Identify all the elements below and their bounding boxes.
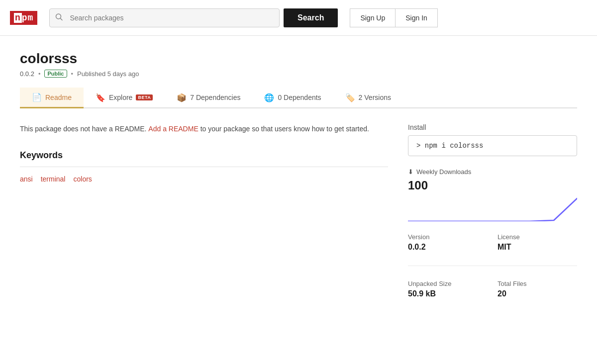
signup-button[interactable]: Sign Up [350,8,395,27]
keyword-terminal[interactable]: terminal [41,175,66,183]
tab-dependencies[interactable]: 📦 7 Dependencies [165,88,252,107]
unpacked-size-label: Unpacked Size [408,280,488,287]
keywords-title: Keywords [20,150,388,161]
npm-logo[interactable]: npm [10,11,37,25]
keyword-colors[interactable]: colors [73,175,92,183]
published-date: Published 5 days ago [77,70,139,78]
dot-separator-2: • [71,70,74,78]
install-section: Install > npm i colorsss [408,123,577,156]
install-command-text: > npm i colorsss [416,142,483,150]
dependencies-tab-icon: 📦 [177,93,187,102]
search-input[interactable] [49,8,280,27]
version-value: 0.0.2 [408,243,488,252]
explore-tab-label: Explore [109,93,132,101]
dot-separator: • [38,70,41,78]
readme-text-before: This package does not have a README. [20,125,146,133]
license-value: MIT [498,243,577,252]
license-label: License [498,233,577,241]
npm-logo-image: npm [10,11,37,25]
versions-tab-icon: 🏷️ [345,93,355,102]
beta-badge: BETA [136,94,153,100]
unpacked-size-stat: Unpacked Size 50.9 kB [408,280,488,298]
tab-dependents[interactable]: 🌐 0 Dependents [252,88,333,107]
keyword-ansi[interactable]: ansi [20,175,33,183]
tab-versions[interactable]: 🏷️ 2 Versions [333,88,403,107]
search-form: Search [49,8,338,27]
explore-tab-icon: 🔖 [96,93,105,102]
readme-tab-icon: 📄 [32,92,42,102]
signin-button[interactable]: Sign In [395,8,438,27]
readme-text-after: to your package so that users know how t… [200,125,369,133]
weekly-downloads-chart [408,196,577,221]
versions-tab-label: 2 Versions [359,93,391,101]
stats-grid: Version 0.0.2 License MIT Unpacked Size … [408,233,577,298]
left-column: This package does not have a README. Add… [20,123,388,298]
dependents-tab-icon: 🌐 [264,93,274,102]
downloads-count: 100 [408,179,577,192]
public-badge: Public [44,70,67,78]
readme-tab-label: Readme [45,93,72,101]
unpacked-size-value: 50.9 kB [408,289,488,298]
header: npm Search Sign Up Sign In [0,0,597,36]
tab-explore[interactable]: 🔖 Explore BETA [84,88,165,107]
tab-readme[interactable]: 📄 Readme [20,88,84,108]
package-meta: 0.0.2 • Public • Published 5 days ago [20,70,577,78]
stats-divider [408,266,577,266]
keywords-divider [20,167,388,167]
license-stat: License MIT [498,233,577,252]
dependents-tab-label: 0 Dependents [278,93,321,101]
main-content: colorsss 0.0.2 • Public • Published 5 da… [10,36,587,308]
package-version: 0.0.2 [20,70,34,78]
install-label: Install [408,123,577,131]
version-label: Version [408,233,488,241]
total-files-stat: Total Files 20 [498,280,577,298]
version-stat: Version 0.0.2 [408,233,488,252]
search-button[interactable]: Search [284,8,338,27]
install-command-box[interactable]: > npm i colorsss [408,135,577,156]
tabs-nav: 📄 Readme 🔖 Explore BETA 📦 7 Dependencies… [20,88,577,108]
total-files-value: 20 [498,289,577,298]
downloads-label: ⬇ Weekly Downloads [408,168,577,176]
header-actions: Sign Up Sign In [350,8,437,27]
right-column: Install > npm i colorsss ⬇ Weekly Downlo… [408,123,577,298]
total-files-label: Total Files [498,280,577,287]
add-readme-link[interactable]: Add a README [148,125,198,133]
keywords-list: ansi terminal colors [20,175,388,183]
readme-text: This package does not have a README. Add… [20,123,388,135]
download-icon: ⬇ [408,168,413,176]
package-title: colorsss [20,51,577,67]
content-area: This package does not have a README. Add… [20,123,577,298]
downloads-section: ⬇ Weekly Downloads 100 [408,168,577,221]
dependencies-tab-label: 7 Dependencies [190,93,240,101]
